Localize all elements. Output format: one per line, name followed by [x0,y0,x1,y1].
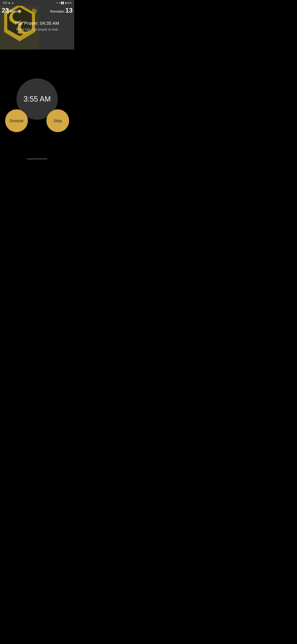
status-time: 3:55 [2,2,7,4]
date-display: 23 March [2,6,20,14]
main-content: 3:55 AM Snooze Stop [0,50,74,161]
buttons-row: Snooze Stop [5,110,69,132]
prayer-subtitle: Wake Up! Fajr prayer is near [0,28,74,31]
battery-icon: ▮ [65,2,66,4]
prayer-info: Fajr Prayer: 04:35 AM Wake Up! Fajr pray… [0,21,74,31]
clock-time: 3:55 AM [23,95,51,104]
prayer-title: Fajr Prayer: 04:35 AM [0,21,74,26]
home-indicator [27,158,47,159]
half-moon-icon: ◐ [8,2,10,4]
status-bar: 3:55 ◐ ◈ ✦ ▾ ▋▋ ▮ 81% [0,0,74,6]
bluetooth-icon: ✦ [56,2,58,4]
ramadan-day: 13 [65,6,73,14]
signal-icon: ▋▋ [61,2,64,4]
stop-button[interactable]: Stop [46,110,69,132]
snooze-button[interactable]: Snooze [5,110,28,132]
status-left: 3:55 ◐ ◈ [2,2,13,4]
wifi-icon: ▾ [59,2,60,4]
date-month: March [10,9,20,14]
battery-percentage: 81% [67,2,72,4]
ramadan-display: Ramadan 13 [50,6,73,14]
date-day: 23 [2,6,9,14]
ramadan-label: Ramadan [50,10,64,14]
header-section: 23 March Ramadan 13 Fajr Prayer: 04:35 A… [0,0,74,50]
activity-icon: ◈ [12,2,13,4]
status-icons-right: ✦ ▾ ▋▋ ▮ 81% [56,2,72,4]
